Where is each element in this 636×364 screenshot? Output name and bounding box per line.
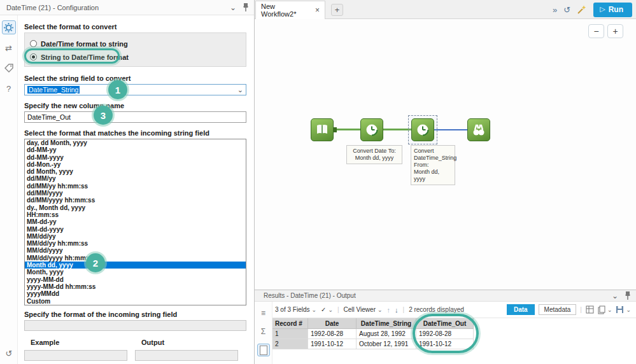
binoculars-icon — [471, 122, 486, 137]
next-record-arrow-icon[interactable]: ↓ — [395, 306, 399, 314]
profile-view-icon[interactable]: Σ — [257, 325, 270, 338]
column-header[interactable]: Date — [308, 318, 357, 329]
run-button[interactable]: ▷ Run — [593, 3, 632, 17]
pin-icon[interactable] — [243, 3, 249, 11]
format-list-item[interactable]: dd Month, yyyy — [25, 168, 246, 175]
refresh-icon[interactable]: ↺ — [2, 346, 16, 360]
collapse-chevron-icon[interactable]: ⌄ — [612, 291, 618, 300]
close-tab-icon[interactable]: × — [315, 6, 320, 15]
table-cell[interactable]: October 12, 1991 — [357, 339, 416, 349]
format-list-item[interactable]: MM-dd-yy — [25, 218, 246, 225]
schedule-history-icon[interactable]: ↺ — [563, 5, 570, 15]
clock-icon — [364, 122, 380, 138]
incoming-format-input — [24, 320, 246, 331]
connection-datetime1-to-datetime2[interactable] — [383, 129, 411, 130]
connection-datetime2-to-browse[interactable] — [434, 129, 467, 130]
save-icon[interactable]: ⌄ — [616, 305, 631, 314]
navigation-arrows-icon[interactable]: ⇄ — [2, 41, 16, 55]
format-list-item[interactable]: dd/MM/yyyy hh:mm:ss — [25, 197, 246, 204]
metadata-tab-button[interactable]: Metadata — [539, 304, 577, 315]
browse-tool[interactable] — [467, 118, 490, 141]
format-list-item[interactable]: dd/MM/yyyy — [25, 190, 246, 197]
format-list-item[interactable]: dd/MM/yy — [25, 175, 246, 182]
table-cell[interactable]: 1 — [272, 329, 308, 339]
radio-string-to-datetime[interactable] — [30, 53, 37, 60]
table-options-icon[interactable] — [586, 305, 594, 314]
radio-datetime-to-string[interactable] — [30, 40, 37, 47]
expand-toolbar-icon[interactable]: » — [553, 5, 557, 15]
column-header[interactable]: DateTime_String — [357, 318, 416, 329]
format-choice-label: Select the format to convert — [24, 23, 246, 31]
column-header[interactable]: DateTime_Out — [416, 318, 474, 329]
format-list-item[interactable]: MM/dd/yy — [25, 233, 246, 240]
new-column-input[interactable] — [24, 111, 246, 123]
table-cell[interactable]: 1991-10-12 — [308, 339, 357, 349]
previous-record-arrow-icon[interactable]: ↑ — [387, 306, 391, 314]
format-list-item[interactable]: MM/dd/yy hh:mm:ss — [25, 240, 246, 247]
table-cell[interactable]: 1992-08-28 — [416, 329, 474, 339]
zoom-in-button[interactable]: + — [607, 24, 623, 38]
format-list-item[interactable]: Custom — [25, 298, 246, 305]
radio-row-string-to-datetime[interactable]: String to Date/Time format — [30, 50, 241, 64]
connection-input-to-datetime1[interactable] — [334, 129, 360, 130]
datetime-tool-2-selected[interactable] — [411, 118, 434, 141]
output-anchor[interactable] — [334, 127, 337, 132]
table-view-icon[interactable]: ≡ — [257, 307, 270, 319]
format-list-item[interactable]: MM/dd/yyyy — [25, 247, 246, 254]
output-label: Output — [135, 339, 238, 346]
format-list-item[interactable]: yyyy-MM-dd — [25, 276, 246, 283]
new-tab-button[interactable]: + — [331, 4, 343, 16]
format-list[interactable]: day, dd Month, yyyydd-MM-yydd-MM-yyyydd-… — [24, 139, 246, 305]
cell-viewer-dropdown[interactable]: Cell Viewer ⌄ — [344, 306, 383, 313]
format-list-item[interactable]: dd-Mon.-yy — [25, 161, 246, 168]
format-list-item[interactable]: dd/MM/yy hh:mm:ss — [25, 183, 246, 190]
input-data-tool[interactable] — [311, 118, 334, 141]
format-list-item[interactable]: yyyy-MM-dd hh:mm:ss — [25, 283, 246, 290]
workflow-tab-title: New Workflow2* — [261, 3, 310, 18]
table-row: 11992-08-28August 28, 19921992-08-28 — [272, 329, 636, 339]
format-list-item[interactable]: yyyyMMdd — [25, 290, 246, 297]
clock-icon — [414, 122, 431, 138]
format-list-item[interactable]: dd-MM-yy — [25, 146, 246, 153]
workflow-tab[interactable]: New Workflow2* × — [255, 1, 325, 19]
data-tab-button[interactable]: Data — [507, 304, 535, 315]
format-list-item[interactable]: MM-dd-yyyy — [25, 226, 246, 233]
fields-dropdown[interactable]: 3 of 3 Fields ⌄ — [275, 306, 316, 313]
format-list-item[interactable]: Month dd, yyyy — [25, 262, 246, 269]
workflow-canvas[interactable]: − + Convert Date To: Month dd, yyyy Conv… — [255, 19, 636, 290]
table-cell[interactable]: 2 — [272, 339, 308, 349]
column-header[interactable]: Record # — [272, 318, 308, 329]
annotation-tag-icon[interactable] — [2, 61, 16, 75]
toolbar-separator: | — [337, 306, 339, 313]
collapse-chevron-icon[interactable]: ⌄ — [230, 3, 236, 12]
radio-row-datetime-to-string[interactable]: Date/Time format to string — [30, 37, 241, 50]
results-panel: Results - DateTime (21) - Output ⌄ ≡ Σ 3… — [255, 290, 636, 364]
annotation-datetime1[interactable]: Convert Date To: Month dd, yyyy — [346, 145, 402, 164]
configuration-gear-icon[interactable] — [2, 20, 16, 34]
apply-fields-button[interactable]: ✓⌄ — [321, 306, 333, 313]
table-cell[interactable]: 1992-08-28 — [308, 329, 357, 339]
format-list-item[interactable]: Month, yyyy — [25, 269, 246, 276]
configuration-tab-strip: ⇄ ? ↺ — [0, 15, 18, 364]
annotation-datetime2[interactable]: Convert DateTime_String From: Month dd, … — [411, 145, 455, 185]
records-displayed-text: 2 records displayed — [409, 306, 464, 313]
format-list-item[interactable]: day, dd Month, yyyy — [25, 139, 246, 146]
format-list-item[interactable]: HH:mm:ss — [25, 211, 246, 218]
format-list-item[interactable]: MM/dd/yyyy hh:mm:ss — [25, 255, 246, 262]
format-list-item[interactable]: dd-MM-yyyy — [25, 154, 246, 161]
run-button-label: Run — [609, 5, 623, 14]
configuration-title: DateTime (21) - Configuration — [6, 4, 230, 11]
table-cell[interactable]: August 28, 1992 — [357, 329, 416, 339]
wand-icon[interactable] — [577, 4, 587, 15]
copy-icon[interactable]: ⌄ — [598, 305, 612, 314]
help-icon[interactable]: ? — [2, 81, 16, 95]
datetime-tool-1[interactable] — [360, 118, 383, 141]
format-list-item[interactable]: dy., Month dd, yyyy — [25, 204, 246, 211]
table-cell[interactable]: 1991-10-12 — [416, 339, 474, 349]
zoom-out-button[interactable]: − — [588, 24, 604, 38]
pin-icon[interactable] — [625, 291, 631, 300]
step-badge-3: 3 — [94, 106, 113, 125]
string-field-dropdown[interactable]: DateTime_String ⌄ — [24, 84, 246, 95]
browse-view-icon[interactable] — [257, 344, 270, 356]
chevron-down-icon[interactable]: ⌄ — [237, 86, 243, 94]
